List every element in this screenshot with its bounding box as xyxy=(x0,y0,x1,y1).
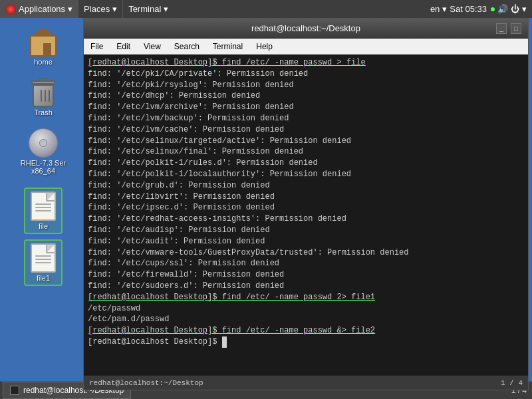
terminal-content[interactable]: [redhat@localhost Desktop]$ find /etc/ -… xyxy=(84,55,528,375)
power-icon: ⏻ xyxy=(511,4,519,14)
trash-lines xyxy=(41,90,50,102)
terminal-line-7: find: '/etc/selinux/targeted/active': Pe… xyxy=(88,136,524,147)
file-fold xyxy=(47,193,55,200)
statusbar-pages: 1 / 4 xyxy=(501,379,523,387)
trash-line-1 xyxy=(41,90,42,102)
terminal-chevron: ▾ xyxy=(164,4,168,14)
volume-icon: 🔊 xyxy=(497,4,508,14)
home-body xyxy=(30,35,57,57)
terminal-line-25: [redhat@localhost Desktop]$ xyxy=(88,336,524,348)
status-dot xyxy=(491,7,495,11)
desktop-icon-disc[interactable]: RHEL-7.3 Ser x86_64 xyxy=(17,126,70,178)
trash-icon xyxy=(30,78,57,107)
minimize-button[interactable]: _ xyxy=(496,23,507,34)
terminal-statusbar: redhat@localhost:~/Desktop 1 / 4 xyxy=(84,375,528,390)
desktop-icon-area: home Trash RHEL-7.3 Ser x86_64 xyxy=(0,18,86,399)
menu-view[interactable]: View xyxy=(137,39,168,54)
terminal-line-8: find: '/etc/selinux/final': Permission d… xyxy=(88,146,524,158)
locale-label: en xyxy=(430,4,440,14)
power-chevron: ▾ xyxy=(522,4,527,14)
terminal-menubar: File Edit View Search Terminal Help xyxy=(84,39,528,55)
trash-label: Trash xyxy=(34,108,53,116)
home-door xyxy=(43,43,51,55)
terminal-line-3: find: '/etc/dhcp': Permission denied xyxy=(88,90,524,102)
redhat-icon xyxy=(5,4,16,15)
locale-chevron: ▾ xyxy=(442,4,447,14)
datetime-label: Sat 05:33 xyxy=(450,4,487,14)
desktop-icon-home[interactable]: home xyxy=(23,25,63,68)
terminal-line-13: find: '/etc/ipsec.d': Permission denied xyxy=(88,202,524,213)
maximize-button[interactable]: □ xyxy=(511,23,521,34)
places-menu[interactable]: Places ▾ xyxy=(78,0,122,18)
terminal-line-15: find: '/etc/audisp': Permission denied xyxy=(88,225,524,236)
topbar-right: en ▾ Sat 05:33 🔊 ⏻ ▾ xyxy=(430,4,532,14)
disc-icon xyxy=(29,128,58,158)
terminal-line-23: /etc/pam.d/passwd xyxy=(88,314,524,325)
applications-label: Applications xyxy=(19,4,65,14)
menu-search[interactable]: Search xyxy=(168,39,206,54)
terminal-line-14: find: '/etc/redhat-access-insights': Per… xyxy=(88,213,524,225)
disc-label: RHEL-7.3 Ser x86_64 xyxy=(21,159,66,175)
applications-menu[interactable]: Applications ▾ xyxy=(0,0,78,18)
terminal-line-6: find: '/etc/lvm/cache': Permission denie… xyxy=(88,124,524,136)
terminal-line-4: find: '/etc/lvm/archive': Permission den… xyxy=(88,102,524,113)
file1-line-2 xyxy=(35,259,51,260)
desktop-icon-file[interactable]: file xyxy=(24,188,63,234)
desktop-icon-trash[interactable]: Trash xyxy=(26,75,61,119)
terminal-line-17: find: '/etc/vmware-tools/GuestProxyData/… xyxy=(88,247,524,259)
terminal-line-2: find: '/etc/pki/rsyslog': Permission den… xyxy=(88,80,524,91)
selected-file-icons: file file1 xyxy=(24,188,63,286)
terminal-line-11: find: '/etc/grub.d': Permission denied xyxy=(88,180,524,192)
places-label: Places xyxy=(84,4,110,14)
statusbar-path: redhat@localhost:~/Desktop xyxy=(89,379,203,387)
file1-label: file1 xyxy=(37,274,50,282)
terminal-label: Terminal xyxy=(128,4,161,14)
terminal-line-21: [redhat@localhost Desktop]$ find /etc/ -… xyxy=(88,292,524,303)
file-label: file xyxy=(39,222,48,230)
file-line-2 xyxy=(35,207,51,208)
terminal-titlebar: redhat@localhost:~/Desktop _ □ xyxy=(84,19,528,39)
home-label: home xyxy=(34,58,53,66)
applications-chevron: ▾ xyxy=(68,4,72,14)
terminal-line-24: [redhat@localhost Desktop]$ find /etc/ -… xyxy=(88,325,524,336)
places-chevron: ▾ xyxy=(112,4,117,14)
terminal-line-16: find: '/etc/audit': Permission denied xyxy=(88,236,524,247)
file-icon xyxy=(31,192,56,221)
trash-line-2 xyxy=(45,90,46,102)
terminal-line-5: find: '/etc/lvm/backup': Permission deni… xyxy=(88,113,524,124)
terminal-title: redhat@localhost:~/Desktop xyxy=(251,23,360,33)
terminal-window: redhat@localhost:~/Desktop _ □ File Edit… xyxy=(83,18,529,390)
terminal-line-10: find: '/etc/polkit-1/localauthority': Pe… xyxy=(88,169,524,180)
terminal-menu[interactable]: Terminal ▾ xyxy=(123,0,174,18)
file1-line-1 xyxy=(35,255,51,257)
terminal-line-1: find: '/etc/pki/CA/private': Permission … xyxy=(88,68,524,80)
terminal-line-22: /etc/passwd xyxy=(88,303,524,315)
file-lines xyxy=(35,203,51,211)
home-icon xyxy=(27,27,59,57)
trash-body xyxy=(33,84,54,107)
desktop: home Trash RHEL-7.3 Ser x86_64 xyxy=(0,18,532,399)
terminal-line-20: find: '/etc/sudoers.d': Permission denie… xyxy=(88,281,524,292)
terminal-line-9: find: '/etc/polkit-1/rules.d': Permissio… xyxy=(88,158,524,169)
terminal-line-0: [redhat@localhost Desktop]$ find /etc/ -… xyxy=(88,57,524,68)
menu-file[interactable]: File xyxy=(84,39,110,54)
terminal-line-18: find: '/etc/cups/ssl': Permission denied xyxy=(88,258,524,269)
file1-icon xyxy=(31,243,56,273)
terminal-line-19: find: '/etc/firewalld': Permission denie… xyxy=(88,269,524,281)
file1-line-3 xyxy=(35,262,51,263)
window-controls: _ □ xyxy=(496,23,521,34)
trash-line-3 xyxy=(49,90,50,102)
menu-edit[interactable]: Edit xyxy=(110,39,137,54)
file-line-1 xyxy=(35,203,51,205)
file1-lines xyxy=(35,255,51,263)
desktop-icon-file1[interactable]: file1 xyxy=(24,239,63,286)
menu-terminal[interactable]: Terminal xyxy=(206,39,249,54)
top-menubar: Applications ▾ Places ▾ Terminal ▾ en ▾ … xyxy=(0,0,532,18)
file1-fold xyxy=(47,245,55,252)
file-line-3 xyxy=(35,210,51,211)
terminal-line-12: find: '/etc/libvirt': Permission denied xyxy=(88,192,524,203)
menu-help[interactable]: Help xyxy=(249,39,279,54)
